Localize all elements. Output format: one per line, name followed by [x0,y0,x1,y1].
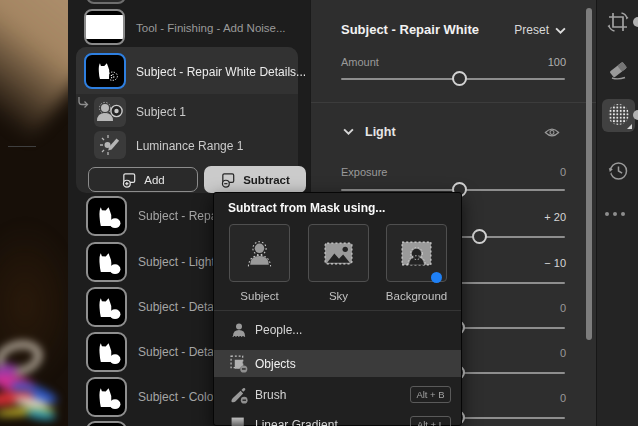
add-mask-icon [121,171,138,188]
mask-thumbnail-clipped-top[interactable] [86,0,126,4]
people-icon [230,321,248,339]
mask-thumbnail[interactable] [86,377,127,417]
background-active-badge-dot [431,272,442,283]
background-select-icon [400,240,433,267]
menu-item-people-label: People... [255,323,302,337]
mask-component-luminance-label[interactable]: Luminance Range 1 [136,139,243,153]
masking-tool-active[interactable] [602,99,635,132]
mask-component-subject-thumbnail[interactable] [94,97,126,127]
chevron-down-icon [555,27,566,34]
subtract-tile-subject-label: Subject [220,290,299,302]
menu-item-brush-label: Brush [255,388,286,402]
mask-component-subject-label[interactable]: Subject 1 [136,105,186,119]
mask-thumbnail[interactable] [86,287,127,327]
subtract-menu-title: Subtract from Mask using... [228,201,385,215]
menu-divider [214,310,461,311]
photo-blur [0,0,68,426]
subject-select-icon [246,238,273,269]
mask-thumbnail-clipped-bottom[interactable] [86,421,127,426]
subtract-from-mask-menu: Subtract from Mask using... [213,192,462,426]
photo-canvas[interactable] [0,0,68,426]
mask-thumbnail[interactable] [86,332,127,372]
subtract-tile-sky-label: Sky [299,290,378,302]
menu-item-linear-gradient-label: Linear Gradient [255,418,338,426]
add-button[interactable]: Add [88,167,198,192]
exposure-value: 0 [560,166,566,178]
more-options-icon[interactable] [605,212,625,216]
nested-arrow-icon [76,97,90,111]
mask-thumbnail-tool-finishing[interactable] [84,9,125,45]
slider-value: + 20 [544,211,566,223]
crop-tool-icon[interactable] [606,10,630,34]
history-icon[interactable] [606,159,630,183]
tool-strip [596,0,638,426]
slider-value: 0 [560,347,566,359]
brush-shortcut-badge: Alt + B [410,386,451,403]
slider-knob[interactable] [472,229,487,244]
healing-eraser-tool-icon[interactable] [606,58,630,82]
eye-icon[interactable] [544,127,560,138]
subtract-tile-background-label: Background [377,290,456,302]
menu-item-objects-label: Objects [255,357,296,371]
slider-value: − 10 [544,257,566,269]
mask-row-label[interactable]: Subject - Lightin [138,255,224,269]
subtract-tile-sky[interactable] [308,224,369,282]
menu-item-brush[interactable]: Brush Alt + B [214,381,461,408]
linear-gradient-icon [230,416,248,426]
preset-dropdown[interactable]: Preset [514,23,566,37]
light-section-chevron-icon[interactable] [343,128,354,135]
crop-edited-indicator-dot [633,17,638,27]
mask-component-luminance-thumbnail[interactable] [94,131,126,159]
menu-item-people[interactable]: People... [214,316,461,343]
mask-row-tool-finishing[interactable]: Tool - Finishing - Add Noise... [136,21,286,35]
subtract-button[interactable]: Subtract [204,166,306,193]
mask-thumbnail[interactable] [86,242,127,282]
slider-value: 0 [560,302,566,314]
amount-value: 100 [548,56,566,68]
subtract-tile-subject[interactable] [229,224,290,282]
scrollbar[interactable] [586,8,592,340]
selected-mask-label[interactable]: Subject - Repair White Details... [136,65,306,79]
masking-active-indicator-dot [633,110,638,120]
light-section-title[interactable]: Light [365,125,396,139]
mask-row-label[interactable]: Subject - Repair [138,209,224,223]
exposure-label: Exposure [341,166,387,178]
menu-item-linear-gradient[interactable]: Linear Gradient Alt + L [214,411,461,426]
brush-icon [230,386,248,404]
slider-value: 0 [560,392,566,404]
selected-mask-group: Subject - Repair White Details... S [76,47,298,193]
mask-thumbnail-selected[interactable] [84,53,126,89]
section-divider [311,102,596,103]
mask-thumbnail[interactable] [86,196,127,236]
amount-label: Amount [341,56,379,68]
subtract-mask-icon [220,171,237,188]
menu-item-objects[interactable]: Objects [214,350,461,377]
masking-tool-icon [602,99,635,132]
subtract-button-label: Subtract [243,174,290,186]
objects-icon [230,355,248,373]
panel-title: Subject - Repair White [341,22,479,37]
toolbar-divider [8,146,36,147]
lightroom-window: Tool - Finishing - Add Noise... Subject … [0,0,638,426]
amount-slider-knob[interactable] [452,71,467,86]
sky-select-icon [323,241,354,266]
preset-label: Preset [514,23,549,37]
add-button-label: Add [144,174,164,186]
linear-gradient-shortcut-badge: Alt + L [410,416,451,426]
